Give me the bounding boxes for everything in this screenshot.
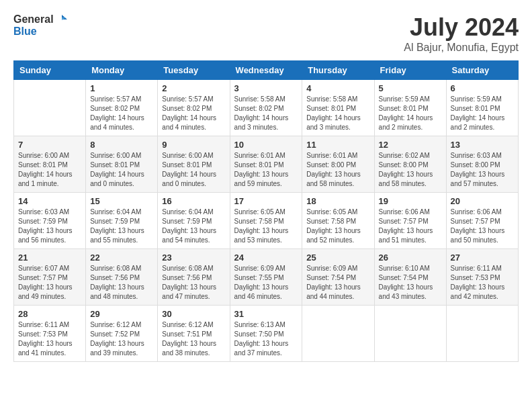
day-cell: 7Sunrise: 6:00 AMSunset: 8:01 PMDaylight… xyxy=(14,136,86,193)
day-info: Sunrise: 5:58 AMSunset: 8:01 PMDaylight:… xyxy=(306,95,369,132)
day-number: 26 xyxy=(379,253,442,263)
day-number: 27 xyxy=(451,253,514,263)
day-cell: 17Sunrise: 6:05 AMSunset: 7:58 PMDayligh… xyxy=(230,193,302,249)
day-info: Sunrise: 6:04 AMSunset: 7:59 PMDaylight:… xyxy=(90,208,153,245)
day-number: 22 xyxy=(90,253,153,263)
day-number: 8 xyxy=(90,140,153,150)
day-cell: 12Sunrise: 6:02 AMSunset: 8:00 PMDayligh… xyxy=(374,136,446,193)
day-number: 28 xyxy=(18,309,81,319)
day-cell xyxy=(374,306,446,362)
calendar: SundayMondayTuesdayWednesdayThursdayFrid… xyxy=(13,60,519,362)
day-cell: 1Sunrise: 5:57 AMSunset: 8:02 PMDaylight… xyxy=(86,80,158,136)
day-info: Sunrise: 6:12 AMSunset: 7:51 PMDaylight:… xyxy=(162,320,225,358)
day-cell: 25Sunrise: 6:09 AMSunset: 7:54 PMDayligh… xyxy=(302,249,374,306)
day-cell xyxy=(446,306,518,362)
day-number: 16 xyxy=(162,196,225,206)
day-number: 5 xyxy=(379,83,442,93)
day-number: 12 xyxy=(379,140,442,150)
day-number: 20 xyxy=(451,196,514,206)
day-cell: 23Sunrise: 6:08 AMSunset: 7:56 PMDayligh… xyxy=(158,249,230,306)
day-cell: 2Sunrise: 5:57 AMSunset: 8:02 PMDaylight… xyxy=(158,80,230,136)
day-number: 21 xyxy=(18,253,81,263)
day-cell: 30Sunrise: 6:12 AMSunset: 7:51 PMDayligh… xyxy=(158,306,230,362)
logo-bird-icon xyxy=(55,13,67,26)
day-info: Sunrise: 5:59 AMSunset: 8:01 PMDaylight:… xyxy=(379,95,442,132)
day-cell: 14Sunrise: 6:03 AMSunset: 7:59 PMDayligh… xyxy=(14,193,86,249)
location: Al Bajur, Monufia, Egypt xyxy=(404,42,519,54)
day-cell: 27Sunrise: 6:11 AMSunset: 7:53 PMDayligh… xyxy=(446,249,518,306)
day-number: 13 xyxy=(451,140,514,150)
day-info: Sunrise: 6:09 AMSunset: 7:55 PMDaylight:… xyxy=(234,264,298,302)
week-row-4: 21Sunrise: 6:07 AMSunset: 7:57 PMDayligh… xyxy=(14,249,519,306)
day-info: Sunrise: 6:08 AMSunset: 7:56 PMDaylight:… xyxy=(162,264,225,302)
day-info: Sunrise: 6:06 AMSunset: 7:57 PMDaylight:… xyxy=(451,208,514,245)
day-cell xyxy=(302,306,374,362)
day-cell: 10Sunrise: 6:01 AMSunset: 8:01 PMDayligh… xyxy=(230,136,302,193)
day-cell: 16Sunrise: 6:04 AMSunset: 7:59 PMDayligh… xyxy=(158,193,230,249)
month-year: July 2024 xyxy=(404,13,519,42)
day-number: 24 xyxy=(234,253,298,263)
day-info: Sunrise: 6:03 AMSunset: 8:00 PMDaylight:… xyxy=(451,151,514,189)
day-header-thursday: Thursday xyxy=(302,61,374,80)
day-info: Sunrise: 6:05 AMSunset: 7:58 PMDaylight:… xyxy=(234,208,298,245)
day-cell: 29Sunrise: 6:12 AMSunset: 7:52 PMDayligh… xyxy=(86,306,158,362)
day-info: Sunrise: 5:57 AMSunset: 8:02 PMDaylight:… xyxy=(90,95,153,132)
day-cell: 15Sunrise: 6:04 AMSunset: 7:59 PMDayligh… xyxy=(86,193,158,249)
day-info: Sunrise: 6:08 AMSunset: 7:56 PMDaylight:… xyxy=(90,264,153,302)
day-info: Sunrise: 6:01 AMSunset: 8:01 PMDaylight:… xyxy=(234,151,298,189)
day-cell: 13Sunrise: 6:03 AMSunset: 8:00 PMDayligh… xyxy=(446,136,518,193)
day-number: 25 xyxy=(306,253,369,263)
day-info: Sunrise: 6:04 AMSunset: 7:59 PMDaylight:… xyxy=(162,208,225,245)
day-cell: 4Sunrise: 5:58 AMSunset: 8:01 PMDaylight… xyxy=(302,80,374,136)
day-info: Sunrise: 6:01 AMSunset: 8:00 PMDaylight:… xyxy=(306,151,369,189)
day-info: Sunrise: 6:13 AMSunset: 7:50 PMDaylight:… xyxy=(234,320,298,358)
day-cell xyxy=(14,80,86,136)
day-number: 31 xyxy=(234,309,298,319)
day-cell: 11Sunrise: 6:01 AMSunset: 8:00 PMDayligh… xyxy=(302,136,374,193)
day-cell: 8Sunrise: 6:00 AMSunset: 8:01 PMDaylight… xyxy=(86,136,158,193)
week-row-2: 7Sunrise: 6:00 AMSunset: 8:01 PMDaylight… xyxy=(14,136,519,193)
day-number: 9 xyxy=(162,140,225,150)
day-number: 6 xyxy=(451,83,514,93)
title-section: July 2024 Al Bajur, Monufia, Egypt xyxy=(404,13,519,54)
header: General Blue July 2024 Al Bajur, Monufia… xyxy=(13,13,519,54)
day-cell: 28Sunrise: 6:11 AMSunset: 7:53 PMDayligh… xyxy=(14,306,86,362)
day-number: 3 xyxy=(234,83,298,93)
day-info: Sunrise: 6:02 AMSunset: 8:00 PMDaylight:… xyxy=(379,151,442,189)
day-info: Sunrise: 6:05 AMSunset: 7:58 PMDaylight:… xyxy=(306,208,369,245)
day-header-tuesday: Tuesday xyxy=(158,61,230,80)
day-info: Sunrise: 6:11 AMSunset: 7:53 PMDaylight:… xyxy=(451,264,514,302)
day-number: 4 xyxy=(306,83,369,93)
day-cell: 31Sunrise: 6:13 AMSunset: 7:50 PMDayligh… xyxy=(230,306,302,362)
day-number: 29 xyxy=(90,309,153,319)
day-number: 15 xyxy=(90,196,153,206)
day-number: 18 xyxy=(306,196,369,206)
day-cell: 26Sunrise: 6:10 AMSunset: 7:54 PMDayligh… xyxy=(374,249,446,306)
day-number: 11 xyxy=(306,140,369,150)
logo: General Blue xyxy=(13,13,67,38)
day-info: Sunrise: 6:07 AMSunset: 7:57 PMDaylight:… xyxy=(18,264,81,302)
day-cell: 20Sunrise: 6:06 AMSunset: 7:57 PMDayligh… xyxy=(446,193,518,249)
day-cell: 6Sunrise: 5:59 AMSunset: 8:01 PMDaylight… xyxy=(446,80,518,136)
day-cell: 3Sunrise: 5:58 AMSunset: 8:02 PMDaylight… xyxy=(230,80,302,136)
day-number: 14 xyxy=(18,196,81,206)
day-cell: 21Sunrise: 6:07 AMSunset: 7:57 PMDayligh… xyxy=(14,249,86,306)
logo-general: General xyxy=(13,13,54,26)
day-number: 7 xyxy=(18,140,81,150)
week-row-5: 28Sunrise: 6:11 AMSunset: 7:53 PMDayligh… xyxy=(14,306,519,362)
day-number: 10 xyxy=(234,140,298,150)
day-cell: 19Sunrise: 6:06 AMSunset: 7:57 PMDayligh… xyxy=(374,193,446,249)
day-info: Sunrise: 6:03 AMSunset: 7:59 PMDaylight:… xyxy=(18,208,81,245)
week-row-3: 14Sunrise: 6:03 AMSunset: 7:59 PMDayligh… xyxy=(14,193,519,249)
day-info: Sunrise: 6:00 AMSunset: 8:01 PMDaylight:… xyxy=(18,151,81,189)
day-cell: 5Sunrise: 5:59 AMSunset: 8:01 PMDaylight… xyxy=(374,80,446,136)
day-info: Sunrise: 6:00 AMSunset: 8:01 PMDaylight:… xyxy=(162,151,225,189)
day-info: Sunrise: 6:10 AMSunset: 7:54 PMDaylight:… xyxy=(379,264,442,302)
day-info: Sunrise: 5:59 AMSunset: 8:01 PMDaylight:… xyxy=(451,95,514,132)
logo-blue: Blue xyxy=(13,26,67,38)
day-header-monday: Monday xyxy=(86,61,158,80)
day-info: Sunrise: 6:00 AMSunset: 8:01 PMDaylight:… xyxy=(90,151,153,189)
day-info: Sunrise: 6:06 AMSunset: 7:57 PMDaylight:… xyxy=(379,208,442,245)
day-header-sunday: Sunday xyxy=(14,61,86,80)
day-cell: 22Sunrise: 6:08 AMSunset: 7:56 PMDayligh… xyxy=(86,249,158,306)
